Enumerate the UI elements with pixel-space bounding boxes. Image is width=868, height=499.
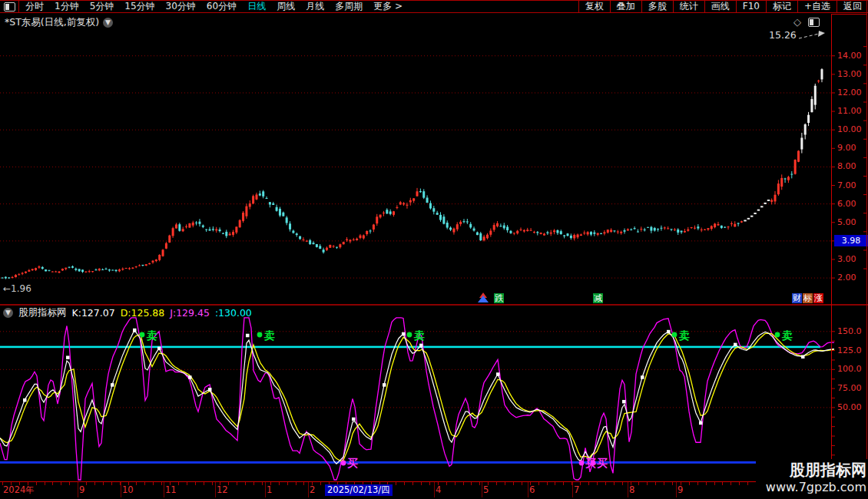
time-axis-minor-tick <box>320 482 321 485</box>
time-axis-label: 8 <box>629 484 634 495</box>
buy-signal-label: 买 <box>597 457 608 469</box>
time-axis-minor-tick <box>655 482 656 485</box>
watermark-site-name: 股朋指标网 <box>756 461 866 479</box>
price-tick-label: 9.00 <box>837 144 868 153</box>
time-axis-minor-tick <box>69 482 70 485</box>
price-tick-label: 5.00 <box>837 218 868 227</box>
price-tick-label: 14.00 <box>837 51 868 61</box>
time-axis-minor-tick <box>262 482 263 485</box>
time-axis-minor-tick <box>429 482 430 485</box>
indicator-tick-label: 75.00 <box>837 384 868 393</box>
indicator-param-value: :130.00 <box>215 307 252 319</box>
sell-signal-label: 卖 <box>678 329 690 342</box>
time-axis-minor-tick <box>622 482 623 485</box>
time-axis-minor-tick <box>496 482 497 485</box>
time-axis-minor-tick <box>136 482 137 485</box>
time-axis-minor-tick <box>714 482 715 485</box>
time-axis-minor-tick <box>178 482 179 485</box>
high-price-annotation: 15.26 <box>769 29 797 41</box>
indicator-tick-label: 100.0 <box>837 365 868 374</box>
time-axis-minor-tick <box>396 482 396 485</box>
time-axis-minor-tick <box>86 482 87 485</box>
time-axis-major-tick <box>628 482 628 497</box>
time-axis-minor-tick <box>153 482 154 485</box>
time-axis-minor-tick <box>614 482 615 485</box>
time-axis-minor-tick <box>731 482 731 485</box>
event-badge-标[interactable]: 标 <box>803 293 813 303</box>
time-axis-minor-tick <box>513 482 514 485</box>
time-axis-minor-tick <box>697 482 698 485</box>
time-axis-minor-tick <box>279 482 280 485</box>
time-axis-minor-tick <box>36 482 37 485</box>
chart-canvas[interactable]: 卖卖卖卖卖买买买 <box>0 0 868 499</box>
time-axis-label: 10 <box>122 484 134 495</box>
time-axis-major-tick <box>572 482 573 497</box>
outer-right-border <box>866 0 867 461</box>
time-axis-minor-tick <box>103 482 104 485</box>
time-axis-minor-tick <box>45 482 45 485</box>
low-price-annotation: ←1.96 <box>3 283 31 294</box>
price-tick-label: 2.00 <box>837 273 868 283</box>
time-axis-minor-tick <box>111 482 112 485</box>
time-axis-label: 1 <box>267 484 272 495</box>
time-axis-label: 9 <box>79 484 84 495</box>
time-axis-minor-tick <box>638 482 639 485</box>
indicator-tick-label: 50.00 <box>837 403 868 412</box>
indicator-header: ▼ 股朋指标网 K:127.07 D:125.88 J:129.45 :130.… <box>3 306 252 319</box>
event-badge-涨[interactable]: 涨 <box>813 293 823 303</box>
time-axis-minor-tick <box>672 482 673 485</box>
axis-left-border <box>831 14 832 481</box>
last-price-box: 3.98 <box>834 235 868 246</box>
indicator-chevron-down-icon[interactable]: ▼ <box>3 308 13 318</box>
time-axis-minor-tick <box>722 482 723 485</box>
time-axis-minor-tick <box>522 482 522 485</box>
sell-signal-label: 卖 <box>263 329 275 342</box>
time-axis-label: 11 <box>165 484 177 495</box>
time-axis-minor-tick <box>471 482 472 485</box>
time-axis-minor-tick <box>212 482 213 485</box>
time-axis-minor-tick <box>580 482 581 485</box>
event-badge-跌[interactable]: 跌 <box>494 293 504 303</box>
time-axis-minor-tick <box>144 482 145 485</box>
time-axis-minor-tick <box>739 482 740 485</box>
time-axis-major-tick <box>308 482 309 497</box>
price-tick-label: 8.00 <box>837 162 868 171</box>
sell-signal-label: 卖 <box>146 329 157 342</box>
time-axis-minor-tick <box>404 482 405 485</box>
time-axis-minor-tick <box>237 482 237 485</box>
axis-top-border <box>0 481 837 482</box>
price-tick-label: 3.00 <box>837 255 868 264</box>
time-axis-major-tick <box>164 482 164 497</box>
event-badge-财[interactable]: 财 <box>792 293 802 303</box>
time-axis-minor-tick <box>421 482 422 485</box>
time-axis-label: 4 <box>436 484 441 495</box>
price-tick-label: 6.00 <box>837 200 868 209</box>
time-axis-major-tick <box>676 482 677 497</box>
price-tick-label: 10.00 <box>837 125 868 134</box>
time-axis-major-tick <box>482 482 482 497</box>
sell-signal-label: 卖 <box>413 329 425 342</box>
time-axis-minor-tick <box>204 482 204 485</box>
stock-app-window: 分时1分钟5分钟15分钟30分钟60分钟日线周线月线多周期更多 > 复权叠加多股… <box>0 0 868 499</box>
indicator-tick-label: 125.0 <box>837 346 868 355</box>
time-axis-minor-tick <box>455 482 456 485</box>
watermark: 股朋指标网 www.7gpzb.com <box>756 459 868 499</box>
time-axis[interactable]: 2024年9101112122025/02/13/四456789 <box>0 482 868 499</box>
time-axis-major-tick <box>434 482 435 497</box>
panel-separator[interactable] <box>0 304 868 306</box>
time-axis-minor-tick <box>61 482 61 485</box>
time-axis-minor-tick <box>647 482 648 485</box>
time-axis-minor-tick <box>303 482 304 485</box>
time-axis-major-tick <box>121 482 121 497</box>
indicator-j-value: J:129.45 <box>170 307 210 319</box>
time-axis-minor-tick <box>296 482 297 485</box>
indicator-k-value: K:127.07 <box>72 307 115 319</box>
time-axis-minor-tick <box>245 482 246 485</box>
price-tick-label: 12.00 <box>837 88 868 97</box>
time-axis-label: 6 <box>529 484 535 495</box>
event-badge-减[interactable]: 减 <box>593 293 603 303</box>
time-axis-minor-tick <box>538 482 539 485</box>
indicator-axis: 150.0125.0100.075.0050.00 <box>837 305 868 481</box>
time-axis-minor-tick <box>287 482 288 485</box>
time-axis-minor-tick <box>446 482 447 485</box>
